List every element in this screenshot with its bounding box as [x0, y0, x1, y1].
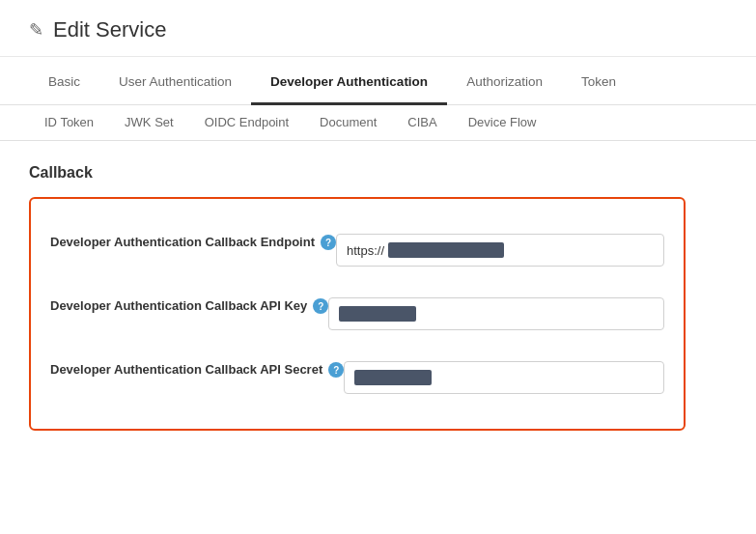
url-masked-value — [388, 242, 504, 258]
field-row-endpoint: Developer Authentication Callback Endpoi… — [50, 218, 664, 282]
tab-id-token[interactable]: ID Token — [29, 105, 109, 141]
field-label-group-endpoint: Developer Authentication Callback Endpoi… — [50, 234, 336, 251]
field-label-group-api-secret: Developer Authentication Callback API Se… — [50, 361, 344, 379]
api-key-masked — [339, 306, 416, 322]
tab-device-flow[interactable]: Device Flow — [453, 105, 552, 141]
label-callback-api-key: Developer Authentication Callback API Ke… — [50, 297, 307, 315]
tab-token[interactable]: Token — [562, 61, 635, 105]
api-key-input-container — [328, 297, 664, 330]
help-icon-api-key[interactable]: ? — [313, 298, 328, 314]
tab-oidc-endpoint[interactable]: OIDC Endpoint — [189, 105, 304, 141]
page-header: ✎ Edit Service — [0, 0, 756, 57]
tab-document[interactable]: Document — [304, 105, 392, 141]
tab-basic[interactable]: Basic — [29, 61, 99, 105]
callback-box: Developer Authentication Callback Endpoi… — [29, 197, 686, 431]
url-input-container: https:// — [336, 234, 664, 267]
field-input-wrap-api-secret — [344, 361, 664, 394]
tab-ciba[interactable]: CIBA — [392, 105, 452, 141]
tab-dev-auth[interactable]: Developer Authentication — [251, 61, 447, 105]
label-callback-endpoint: Developer Authentication Callback Endpoi… — [50, 234, 315, 251]
label-callback-api-secret: Developer Authentication Callback API Se… — [50, 361, 322, 379]
api-secret-masked — [354, 370, 432, 385]
tab-user-auth[interactable]: User Authentication — [99, 61, 251, 105]
tab-jwk-set[interactable]: JWK Set — [109, 105, 189, 141]
field-row-api-secret: Developer Authentication Callback API Se… — [50, 346, 664, 409]
section-title: Callback — [29, 164, 727, 182]
help-icon-endpoint[interactable]: ? — [321, 235, 336, 250]
primary-tabs: Basic User Authentication Developer Auth… — [0, 61, 756, 105]
field-row-api-key: Developer Authentication Callback API Ke… — [50, 282, 664, 346]
page-title: Edit Service — [53, 17, 166, 42]
api-secret-input-container — [344, 361, 664, 394]
help-icon-api-secret[interactable]: ? — [328, 362, 344, 378]
field-label-group-api-key: Developer Authentication Callback API Ke… — [50, 297, 328, 315]
url-prefix: https:// — [347, 243, 384, 258]
field-input-wrap-api-key — [328, 297, 664, 330]
tab-authorization[interactable]: Authorization — [447, 61, 562, 105]
edit-icon: ✎ — [29, 19, 43, 41]
secondary-tabs: ID Token JWK Set OIDC Endpoint Document … — [0, 105, 756, 141]
field-input-wrap-endpoint: https:// — [336, 234, 664, 267]
content-area: Callback Developer Authentication Callba… — [0, 141, 756, 454]
